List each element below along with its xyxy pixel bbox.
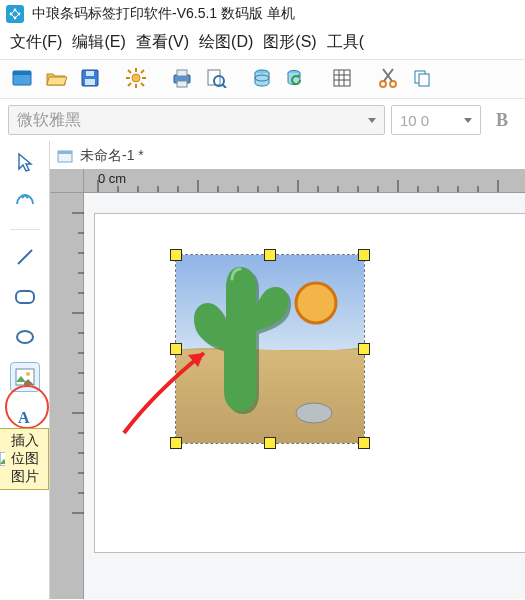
svg-point-29 (390, 81, 396, 87)
editor-area: 未命名-1 * 0 cm (50, 141, 525, 599)
menu-shape[interactable]: 图形(S) (263, 32, 316, 53)
svg-rect-27 (334, 70, 350, 86)
new-button[interactable] (8, 64, 36, 92)
font-size-combo[interactable]: 10 0 (391, 105, 481, 135)
font-size-value: 10 0 (400, 112, 429, 129)
svg-line-16 (128, 83, 131, 86)
canvas[interactable] (84, 193, 525, 599)
window-title: 中琅条码标签打印软件-V6.5.1 数码版 单机 (32, 5, 295, 23)
database-button[interactable] (248, 64, 276, 92)
menu-edit[interactable]: 编辑(E) (72, 32, 125, 53)
font-family-value: 微软雅黑 (17, 110, 81, 131)
settings-button[interactable] (122, 64, 150, 92)
svg-line-17 (141, 70, 144, 73)
ruler-corner (50, 169, 84, 193)
resize-handle[interactable] (170, 437, 182, 449)
document-tab[interactable]: 未命名-1 * (80, 147, 144, 165)
cut-button[interactable] (374, 64, 402, 92)
label-page[interactable] (94, 213, 525, 553)
vertical-ruler[interactable] (50, 193, 84, 599)
tool-palette: A R 插入位图图片 (0, 141, 50, 599)
resize-handle[interactable] (264, 437, 276, 449)
print-preview-button[interactable] (202, 64, 230, 92)
pan-tool[interactable] (10, 187, 40, 217)
svg-rect-47 (58, 151, 72, 154)
svg-point-38 (26, 372, 30, 376)
line-tool[interactable] (10, 242, 40, 272)
database-refresh-button[interactable] (282, 64, 310, 92)
resize-handle[interactable] (358, 249, 370, 261)
svg-rect-7 (86, 71, 94, 76)
menu-draw[interactable]: 绘图(D) (199, 32, 253, 53)
svg-point-87 (296, 283, 336, 323)
copy-button[interactable] (408, 64, 436, 92)
svg-line-23 (222, 84, 226, 88)
select-tool[interactable] (10, 147, 40, 177)
svg-line-15 (141, 83, 144, 86)
main-toolbar (0, 59, 525, 99)
svg-rect-86 (176, 350, 364, 443)
resize-handle[interactable] (170, 249, 182, 261)
svg-rect-8 (85, 79, 95, 85)
tooltip-text: 插入位图图片 (11, 432, 40, 486)
svg-point-36 (17, 331, 33, 343)
svg-point-88 (296, 403, 332, 423)
rounded-rect-tool[interactable] (10, 282, 40, 312)
chevron-down-icon (464, 118, 472, 123)
titlebar: 中琅条码标签打印软件-V6.5.1 数码版 单机 (0, 0, 525, 28)
picture-icon (0, 452, 5, 466)
svg-line-34 (18, 250, 32, 264)
app-logo-icon (6, 5, 24, 23)
insert-bitmap-tool[interactable] (10, 362, 40, 392)
font-family-combo[interactable]: 微软雅黑 (8, 105, 385, 135)
grid-button[interactable] (328, 64, 356, 92)
svg-rect-35 (16, 291, 34, 303)
svg-rect-19 (177, 70, 187, 76)
font-toolbar: 微软雅黑 10 0 B (0, 99, 525, 141)
menu-file[interactable]: 文件(F) (10, 32, 62, 53)
open-button[interactable] (42, 64, 70, 92)
workspace: A R 插入位图图片 未命名-1 * 0 cm (0, 141, 525, 599)
menu-tools[interactable]: 工具( (327, 32, 364, 53)
document-tabs: 未命名-1 * (50, 141, 525, 169)
svg-rect-20 (177, 81, 187, 87)
chevron-down-icon (368, 118, 376, 123)
selected-bitmap-object[interactable] (175, 254, 365, 444)
print-button[interactable] (168, 64, 196, 92)
menubar: 文件(F) 编辑(E) 查看(V) 绘图(D) 图形(S) 工具( (0, 28, 525, 59)
resize-handle[interactable] (264, 249, 276, 261)
save-button[interactable] (76, 64, 104, 92)
resize-handle[interactable] (358, 343, 370, 355)
svg-point-9 (132, 74, 140, 82)
bitmap-preview-icon (176, 255, 364, 443)
bold-button[interactable]: B (487, 105, 517, 135)
svg-rect-5 (13, 71, 31, 75)
resize-handle[interactable] (170, 343, 182, 355)
menu-view[interactable]: 查看(V) (136, 32, 189, 53)
svg-rect-33 (419, 74, 429, 86)
svg-line-14 (128, 70, 131, 73)
document-icon (56, 147, 74, 165)
tooltip: 插入位图图片 (0, 428, 49, 490)
horizontal-ruler[interactable]: 0 cm (84, 169, 525, 193)
svg-point-28 (380, 81, 386, 87)
resize-handle[interactable] (358, 437, 370, 449)
ellipse-tool[interactable] (10, 322, 40, 352)
svg-text:A: A (18, 409, 30, 426)
